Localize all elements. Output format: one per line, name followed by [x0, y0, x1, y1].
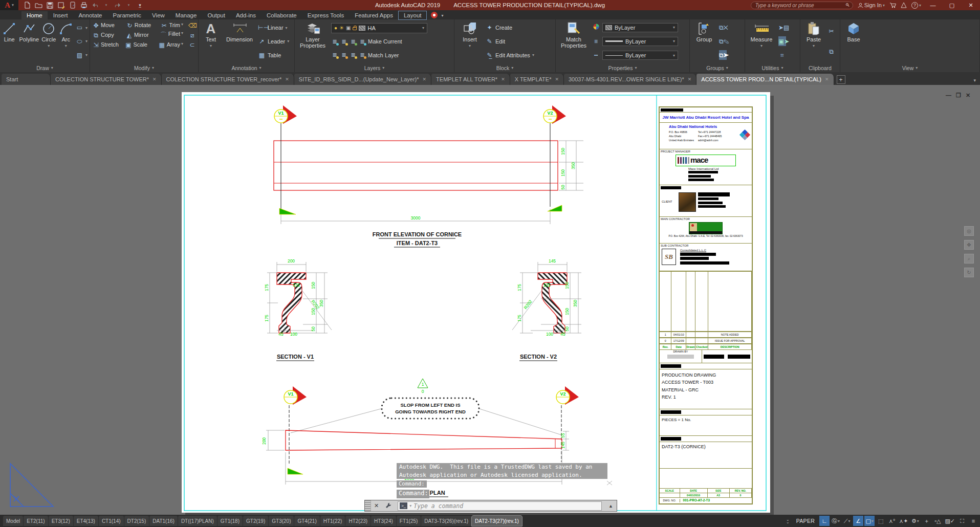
search-input[interactable] [751, 2, 853, 9]
close-icon[interactable]: ✕ [423, 77, 427, 82]
lineweight-dropdown[interactable]: ByLayer▾ [602, 37, 678, 46]
open-folder-icon[interactable] [35, 2, 42, 9]
rectangle-tool-button[interactable]: ▭▾ [76, 23, 88, 33]
clean-screen-icon[interactable]: ⛶ [957, 516, 967, 526]
layout-tab[interactable]: DAT1(16) [149, 516, 178, 526]
status-overflow-icon[interactable]: ⌄⌄ [784, 518, 792, 523]
command-input[interactable] [413, 502, 601, 510]
measure-button[interactable]: Measure▾ [747, 20, 776, 62]
object-color-dropdown[interactable]: ByLayer▾ [602, 23, 678, 32]
text-button[interactable]: AText▾ [201, 20, 221, 62]
file-tab[interactable]: SITE_ID_RBS_SIDR_D...(Update_New_Layer)*… [294, 74, 431, 85]
close-icon[interactable]: ✕ [153, 77, 157, 82]
command-close-icon[interactable]: ✕ [371, 502, 382, 509]
panel-footer-clipboard[interactable]: Clipboard [800, 63, 840, 72]
close-icon[interactable]: ✕ [501, 77, 505, 82]
layer-properties-button[interactable]: Layer Properties [297, 20, 329, 62]
panel-footer-utilities[interactable]: Utilities▾ [745, 63, 800, 72]
id-point-button[interactable]: ▣➤ [778, 36, 786, 46]
command-line-bar[interactable]: ✕ >_ ▾ ▲ [364, 500, 617, 512]
sign-in-button[interactable]: Sign In▾ [858, 2, 885, 8]
infocenter-circle-icon[interactable] [431, 12, 438, 18]
maximize-button[interactable]: ▢ [945, 2, 959, 9]
circle-button[interactable]: Circle▾ [41, 20, 56, 62]
doc-minimize-button[interactable]: — [946, 92, 951, 99]
ribbon-tab-home[interactable]: Home [21, 11, 48, 19]
ortho-icon[interactable]: ∟ [819, 516, 830, 526]
plot-icon[interactable] [80, 2, 88, 9]
recent-commands-icon[interactable]: >_ [400, 502, 407, 509]
panel-footer-view[interactable]: View▾ [840, 63, 979, 72]
ribbon-tab-parametric[interactable]: Parametric [108, 11, 147, 19]
panel-footer-block[interactable]: Block▾ [454, 63, 555, 72]
layout-tab[interactable]: GT1(18) [217, 516, 243, 526]
polyline-button[interactable]: Polyline [19, 20, 39, 62]
doc-restore-button[interactable]: ❒ [956, 92, 961, 99]
panel-footer-annotation[interactable]: Annotation▾ [199, 63, 294, 72]
search-icon[interactable]: 🔍︎ [845, 3, 850, 8]
close-icon[interactable]: ✕ [285, 77, 289, 82]
make-current-button[interactable]: ≣≣≣≣Make Current [331, 37, 452, 47]
file-tab[interactable]: TEMPLET ALL TOWER*✕ [431, 74, 510, 85]
crosshair-icon[interactable]: ＋ [921, 516, 931, 526]
trim-button[interactable]: ✂Trim▾ [160, 22, 183, 29]
zoom-extents-icon[interactable]: ⌕ [964, 254, 974, 264]
panel-footer-layers[interactable]: Layers▾ [295, 63, 454, 72]
layout-tab[interactable]: HT3(24) [371, 516, 396, 526]
layout-tab[interactable]: CT1(14) [99, 516, 124, 526]
file-tab-start[interactable]: Start [2, 74, 51, 85]
ungroup-button[interactable]: ⧉✕ [719, 23, 727, 33]
create-block-button[interactable]: ✦Create [486, 23, 534, 33]
paper-model-toggle[interactable]: PAPER [793, 518, 818, 524]
edit-attributes-button[interactable]: ✎̲Edit Attributes▾ [486, 50, 534, 60]
save-icon[interactable] [46, 2, 54, 9]
quick-calc-button[interactable]: ⌗ [778, 50, 786, 60]
steering-wheel-icon[interactable]: ◎ [964, 226, 974, 236]
dimension-button[interactable]: Dimension [224, 20, 255, 62]
file-tab[interactable]: COLECTION STRUCTURE TOWER*✕ [51, 74, 162, 85]
units-image-icon[interactable]: ▨✓ [944, 516, 956, 526]
mirror-button[interactable]: ◭Mirror [125, 32, 158, 39]
osnap-tracking-icon[interactable]: ∠ [853, 516, 863, 526]
ribbon-tab-manage[interactable]: Manage [170, 11, 202, 19]
customize-wrench-icon[interactable] [382, 502, 395, 510]
customize-menu-icon[interactable]: ≡ [968, 516, 978, 526]
close-icon[interactable]: ✕ [688, 77, 692, 82]
doc-close-button[interactable]: ✕ [966, 92, 970, 99]
erase-icon[interactable]: ⌫ [188, 22, 196, 29]
undo-dropdown-icon[interactable]: ▾ [102, 2, 110, 9]
rotate-button[interactable]: ↻Rotate [126, 22, 159, 29]
layout-tab[interactable]: ET2(11) [24, 516, 48, 526]
ribbon-tab-output[interactable]: Output [202, 11, 230, 19]
save-as-icon[interactable] [57, 2, 65, 9]
close-icon[interactable]: ✕ [555, 77, 559, 82]
dynamic-input-icon[interactable]: ⋏✦ [898, 516, 909, 526]
panel-footer-properties[interactable]: Properties▾ [556, 63, 689, 72]
autocad-logo[interactable]: A▾ [0, 0, 18, 10]
arc-button[interactable]: Arc▾ [59, 20, 73, 62]
new-file-icon[interactable] [24, 2, 31, 9]
group-button[interactable]: Group [692, 20, 716, 62]
file-tab-active[interactable]: ACCESS TOWER PROD...N DETAIL(TYPICAL)✕ [696, 74, 834, 85]
minimize-button[interactable]: — [926, 2, 940, 8]
match-layer-button[interactable]: ≣≣≣≣Match Layer [331, 50, 452, 60]
ribbon-tab-annotate[interactable]: Annotate [73, 11, 107, 19]
file-tab[interactable]: COLECTION STRUCTURE TOWER_recover*✕ [162, 74, 294, 85]
layout-tab[interactable]: HT1(22) [320, 516, 345, 526]
cut-button[interactable]: ✂ [827, 27, 835, 36]
layout-tab[interactable]: ET3(12) [49, 516, 73, 526]
layout-tab[interactable]: GT4(21) [294, 516, 319, 526]
copy-button[interactable]: ⧉Copy [92, 32, 123, 39]
stretch-button[interactable]: ⇲Stretch [92, 41, 122, 49]
layout-tab[interactable]: GT3(20) [269, 516, 294, 526]
group-edit-button[interactable]: ⧉✎ [719, 36, 727, 46]
osnap-icon[interactable]: ▢▾ [864, 516, 875, 526]
layout-tab[interactable]: DT2(15) [124, 516, 149, 526]
layout-tab[interactable]: GT2(19) [243, 516, 268, 526]
panel-footer-modify[interactable]: Modify▾ [90, 63, 198, 72]
revision-cloud[interactable] [382, 398, 479, 419]
group-selection-toggle[interactable]: ⧉➤ [719, 50, 727, 60]
fillet-button[interactable]: ⌒Fillet▾ [160, 31, 183, 39]
autodesk-account-icon[interactable] [901, 2, 907, 8]
ribbon-tab-view[interactable]: View [147, 11, 170, 19]
